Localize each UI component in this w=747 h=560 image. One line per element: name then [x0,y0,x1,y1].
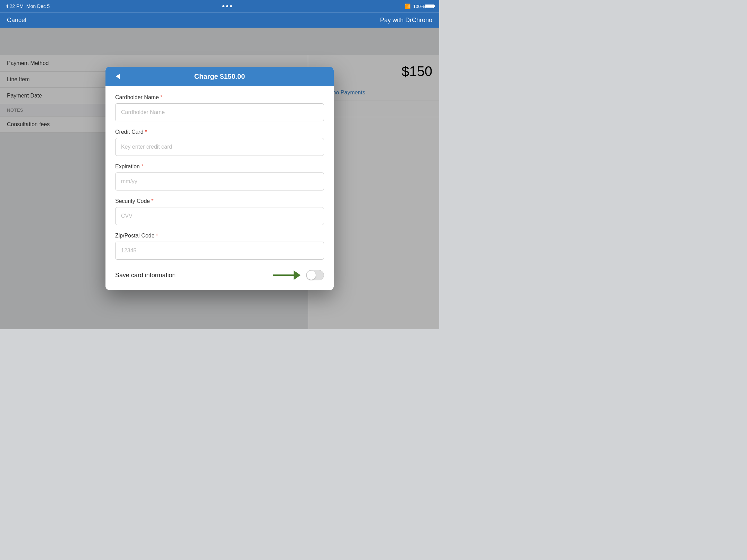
expiration-required: * [141,164,143,170]
zip-code-label: Zip/Postal Code * [115,233,324,239]
battery-bar [425,4,434,8]
cancel-button[interactable]: Cancel [7,17,26,24]
status-bar-right: 📶 100% [405,3,434,9]
status-bar-center [222,5,232,7]
status-bar: 4:22 PM Mon Dec 5 📶 100% [0,0,439,12]
back-button[interactable] [112,71,123,82]
credit-card-required: * [145,129,147,135]
credit-card-input[interactable] [115,138,324,156]
wifi-icon: 📶 [405,3,411,9]
credit-card-group: Credit Card * [115,129,324,156]
cardholder-name-input[interactable] [115,103,324,121]
zip-code-group: Zip/Postal Code * [115,233,324,260]
dot-3 [230,5,232,7]
zip-code-required: * [156,233,158,239]
save-card-right [273,270,324,280]
arrow-head-icon [294,270,301,280]
dot-2 [226,5,228,7]
cardholder-name-group: Cardholder Name * [115,94,324,121]
back-chevron-icon [116,74,120,79]
save-card-row: Save card information [115,267,324,282]
toggle-knob [307,271,316,280]
expiration-label: Expiration * [115,164,324,170]
status-bar-left: 4:22 PM Mon Dec 5 [6,3,50,9]
arrow-indicator [273,270,301,280]
time-display: 4:22 PM [6,3,24,9]
nav-title: Pay with DrChrono [380,17,432,24]
modal-header: Charge $150.00 [105,67,334,86]
expiration-input[interactable] [115,172,324,190]
arrow-line [273,274,294,276]
expiration-group: Expiration * [115,164,324,190]
battery-fill [426,5,433,8]
modal-body: Cardholder Name * Credit Card * Expirati… [105,86,334,290]
cardholder-name-label: Cardholder Name * [115,94,324,101]
battery-percent: 100% [413,4,425,9]
security-code-input[interactable] [115,207,324,225]
security-code-label: Security Code * [115,198,324,204]
zip-code-input[interactable] [115,242,324,260]
security-code-group: Security Code * [115,198,324,225]
cardholder-name-required: * [160,94,162,101]
nav-bar: Cancel Pay with DrChrono [0,12,439,28]
battery-indicator: 100% [413,4,434,9]
dot-1 [222,5,224,7]
save-card-toggle[interactable] [306,270,324,280]
date-display: Mon Dec 5 [26,3,50,9]
save-card-label: Save card information [115,272,176,279]
modal-overlay: Charge $150.00 Cardholder Name * Credit … [0,28,439,329]
security-code-required: * [151,198,154,204]
credit-card-label: Credit Card * [115,129,324,135]
modal-title: Charge $150.00 [194,73,245,81]
charge-modal: Charge $150.00 Cardholder Name * Credit … [105,67,334,290]
